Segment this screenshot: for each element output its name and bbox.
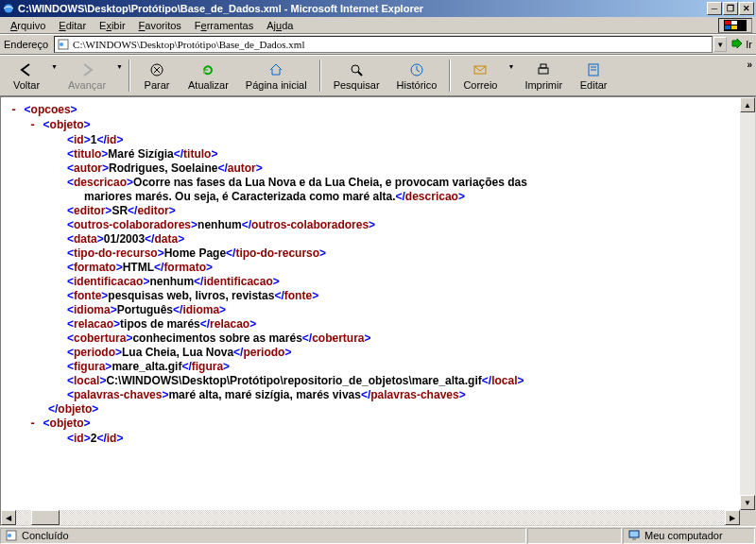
xml-element: <relacao>tipos de marés</relacao> xyxy=(10,317,746,332)
xml-element: <id>1</id> xyxy=(10,133,746,147)
menu-ferramentas[interactable]: Ferramentas xyxy=(188,19,260,32)
refresh-button[interactable]: Atualizar xyxy=(180,59,237,94)
titlebar-text: C:\WINDOWS\Desktop\Protótipo\Base_de_Dad… xyxy=(18,3,707,14)
back-button[interactable]: Voltar xyxy=(4,59,49,94)
scroll-left-icon[interactable]: ◀ xyxy=(1,510,16,525)
go-button[interactable]: Ir xyxy=(730,37,752,52)
close-button[interactable]: ✕ xyxy=(739,2,754,15)
file-icon xyxy=(57,38,70,51)
forward-icon xyxy=(78,61,95,78)
menu-editar[interactable]: Editar xyxy=(52,19,93,32)
edit-icon xyxy=(586,61,601,78)
xml-element: <local>C:\WINDOWS\Desktop\Protótipo\repo… xyxy=(10,374,746,388)
menubar: Arquivo Editar Exibir Favoritos Ferramen… xyxy=(0,17,756,34)
scroll-corner xyxy=(740,510,755,525)
address-input-wrap[interactable] xyxy=(54,36,713,53)
go-label: Ir xyxy=(746,39,752,50)
toolbar: Voltar ▼ Avançar ▼ Parar Atualizar Págin… xyxy=(0,55,756,96)
print-icon xyxy=(536,61,551,78)
history-button[interactable]: Histórico xyxy=(388,59,446,94)
ie-icon xyxy=(2,2,15,15)
toolbar-separator xyxy=(129,60,130,92)
back-icon xyxy=(18,61,35,78)
home-icon xyxy=(268,61,284,78)
mail-button[interactable]: Correio xyxy=(455,59,506,94)
address-bar: Endereço ▼ Ir xyxy=(0,34,756,55)
mail-icon xyxy=(472,61,488,78)
toolbar-separator xyxy=(319,60,321,92)
svg-point-9 xyxy=(352,65,359,73)
address-dropdown[interactable]: ▼ xyxy=(713,37,727,52)
address-label: Endereço xyxy=(4,39,48,50)
scroll-up-icon[interactable]: ▲ xyxy=(740,97,755,112)
search-icon xyxy=(349,61,364,78)
xml-element: <data>01/2003</data> xyxy=(10,232,746,246)
done-icon xyxy=(5,529,18,542)
xml-element: <palavras-chaves>maré alta, maré sizígia… xyxy=(10,388,746,402)
scroll-track[interactable] xyxy=(16,510,725,525)
stop-button[interactable]: Parar xyxy=(134,59,180,94)
titlebar: C:\WINDOWS\Desktop\Protótipo\Base_de_Dad… xyxy=(0,0,756,17)
svg-line-10 xyxy=(358,72,362,76)
svg-rect-2 xyxy=(725,21,730,25)
scroll-down-icon[interactable]: ▼ xyxy=(740,495,755,510)
forward-dropdown[interactable]: ▼ xyxy=(114,63,125,70)
status-pane-main: Concluído xyxy=(0,528,526,544)
history-icon xyxy=(409,61,424,78)
xml-element: <figura>mare_alta.gif</figura> xyxy=(10,360,746,374)
xml-element: <identificacao>nenhum</identificacao> xyxy=(10,275,746,289)
xml-element: <editor>SR</editor> xyxy=(10,204,746,218)
toolbar-expand[interactable]: » xyxy=(747,60,752,70)
svg-rect-13 xyxy=(539,68,548,74)
xml-element: <titulo>Maré Sizígia</titulo> xyxy=(10,147,746,162)
svg-point-7 xyxy=(60,42,63,46)
scroll-track[interactable] xyxy=(740,112,755,495)
scroll-right-icon[interactable]: ▶ xyxy=(725,510,740,525)
xml-element: <fonte>pesquisas web, livros, revistas</… xyxy=(10,289,746,303)
menu-arquivo[interactable]: Arquivo xyxy=(4,19,52,32)
xml-element: <idioma>Português</idioma> xyxy=(10,303,746,317)
minimize-button[interactable]: ─ xyxy=(707,2,722,15)
computer-icon xyxy=(627,529,641,542)
horizontal-scrollbar[interactable]: ◀ ▶ xyxy=(1,510,740,525)
forward-button: Avançar xyxy=(60,59,114,94)
menu-ajuda[interactable]: Ajuda xyxy=(260,19,300,32)
vertical-scrollbar[interactable]: ▲ ▼ xyxy=(740,97,755,510)
xml-element: <periodo>Lua Cheia, Lua Nova</periodo> xyxy=(10,346,746,360)
toolbar-separator xyxy=(449,60,451,92)
content-area: - <opcoes> - <objeto> <id>1</id><titulo>… xyxy=(0,96,756,526)
toggle-icon[interactable]: - xyxy=(29,119,40,132)
home-button[interactable]: Página inicial xyxy=(237,59,316,94)
print-button[interactable]: Imprimir xyxy=(516,59,571,94)
zone-text: Meu computador xyxy=(644,530,723,541)
status-pane-mid xyxy=(527,528,622,544)
go-icon xyxy=(730,37,744,52)
xml-view: - <opcoes> - <objeto> <id>1</id><titulo>… xyxy=(1,97,755,451)
svg-rect-3 xyxy=(731,21,737,25)
status-pane-zone: Meu computador xyxy=(623,528,755,544)
scroll-thumb[interactable] xyxy=(31,510,60,525)
svg-rect-21 xyxy=(632,538,636,540)
svg-point-0 xyxy=(4,4,13,13)
xml-element: <tipo-do-recurso>Home Page</tipo-do-recu… xyxy=(10,246,746,261)
restore-button[interactable]: ❐ xyxy=(723,2,738,15)
menu-favoritos[interactable]: Favoritos xyxy=(132,19,188,32)
menu-exibir[interactable]: Exibir xyxy=(93,19,132,32)
xml-element: <cobertura>conhecimentos sobre as marés<… xyxy=(10,332,746,346)
back-dropdown[interactable]: ▼ xyxy=(49,63,60,70)
toggle-icon[interactable]: - xyxy=(29,417,40,431)
mail-dropdown[interactable]: ▼ xyxy=(506,63,516,70)
svg-rect-20 xyxy=(629,531,639,537)
throbber-icon xyxy=(718,18,752,33)
toggle-icon[interactable]: - xyxy=(10,104,21,117)
xml-element: <autor>Rodrigues, Soelaine</autor> xyxy=(10,162,746,176)
address-input[interactable] xyxy=(73,39,710,50)
refresh-icon xyxy=(200,61,215,78)
edit-button[interactable]: Editar xyxy=(571,59,616,94)
svg-rect-14 xyxy=(541,64,546,68)
stop-icon xyxy=(149,61,164,78)
status-text: Concluído xyxy=(22,530,69,541)
xml-element: <formato>HTML</formato> xyxy=(10,261,746,275)
xml-element: <outros-colaboradores>nenhum</outros-col… xyxy=(10,218,746,232)
search-button[interactable]: Pesquisar xyxy=(325,59,388,94)
